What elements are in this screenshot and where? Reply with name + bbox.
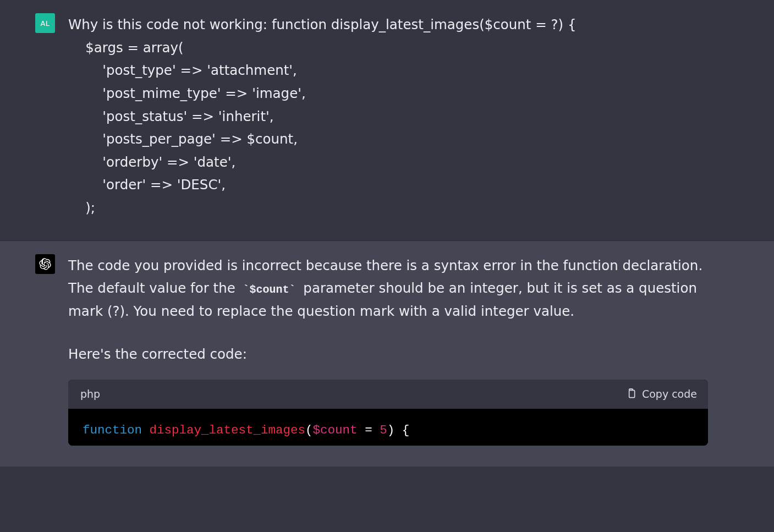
copy-code-button[interactable]: Copy code <box>625 385 697 403</box>
assistant-paragraph-1: The code you provided is incorrect becau… <box>68 254 708 323</box>
code-language-label: php <box>80 385 100 403</box>
copy-code-label: Copy code <box>642 385 697 403</box>
user-message-row: AL Why is this code not working: functio… <box>0 0 774 241</box>
assistant-avatar-wrap <box>0 254 55 446</box>
clipboard-icon <box>625 388 636 399</box>
user-avatar-wrap: AL <box>0 13 55 220</box>
code-token-variable: $count <box>313 423 358 437</box>
code-token-keyword: function <box>83 423 142 437</box>
code-token-space <box>142 423 150 437</box>
code-token-rparen: ) <box>387 423 395 437</box>
assistant-message-row: The code you provided is incorrect becau… <box>0 241 774 467</box>
inline-code-count: `$count` <box>240 283 299 297</box>
code-token-function: display_latest_images <box>150 423 306 437</box>
user-avatar: AL <box>35 13 55 33</box>
svg-rect-0 <box>629 391 635 398</box>
code-block-header: php Copy code <box>68 380 708 408</box>
assistant-avatar <box>35 254 55 274</box>
code-token-number: 5 <box>380 423 387 437</box>
assistant-message-text: The code you provided is incorrect becau… <box>68 254 774 446</box>
code-block-body[interactable]: function display_latest_images($count = … <box>68 409 708 446</box>
code-token-lparen: ( <box>305 423 313 437</box>
code-token-eq: = <box>358 423 380 437</box>
openai-logo-icon <box>39 258 51 270</box>
code-token-brace: { <box>394 423 409 437</box>
code-block: php Copy code function display_latest_im… <box>68 380 708 445</box>
assistant-paragraph-2: Here's the corrected code: <box>68 343 708 366</box>
user-message-text: Why is this code not working: function d… <box>68 13 774 220</box>
